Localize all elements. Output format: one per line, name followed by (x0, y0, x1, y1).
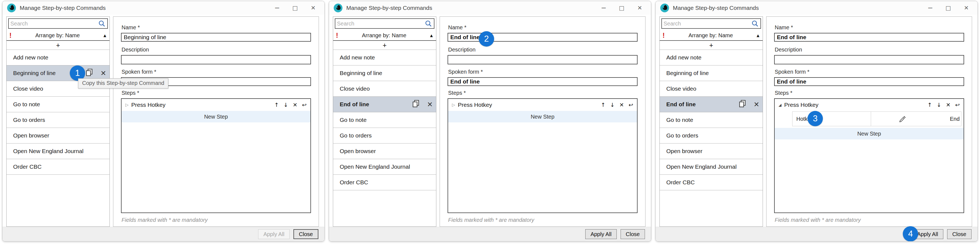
add-command-button[interactable]: + (333, 41, 436, 50)
search-box (8, 18, 108, 29)
expander-collapsed-icon[interactable]: ▷ (452, 102, 455, 107)
search-input[interactable] (335, 21, 434, 27)
close-button[interactable]: Close (947, 229, 972, 239)
list-item[interactable]: Go to orders (333, 128, 436, 144)
copy-step-button[interactable] (85, 68, 93, 78)
delete-command-button[interactable]: ✕ (427, 101, 433, 108)
delete-step-icon[interactable]: ✕ (946, 102, 950, 108)
description-input[interactable] (121, 55, 311, 64)
minimize-button[interactable]: − (921, 1, 939, 15)
list-item[interactable]: Open browser (6, 128, 110, 144)
list-item[interactable]: Open New England Journal (6, 144, 110, 159)
name-input[interactable] (774, 33, 964, 41)
list-item[interactable]: Order CBC (6, 159, 110, 175)
undo-step-icon[interactable]: ↩ (302, 102, 307, 108)
window-1-manage-commands: Manage Step-by-step Commands − □ ✕ ! Arr… (2, 1, 325, 242)
list-item[interactable]: Add new note (660, 50, 763, 65)
list-item[interactable]: Go to note (660, 112, 763, 128)
list-item[interactable]: Close video (660, 81, 763, 97)
maximize-button[interactable]: □ (286, 1, 304, 15)
step-press-hotkey[interactable]: ◢ Press Hotkey ↑ ↓ ✕ ↩ (775, 99, 964, 111)
alert-icon: ! (9, 32, 11, 39)
spoken-form-label: Spoken form * (121, 68, 311, 75)
new-step-button[interactable]: New Step (775, 128, 964, 139)
titlebar: Manage Step-by-step Commands − □ ✕ (2, 1, 325, 15)
delete-step-icon[interactable]: ✕ (619, 102, 624, 108)
list-item[interactable]: Beginning of line (660, 65, 763, 81)
list-item-label: Go to note (340, 116, 366, 123)
expander-collapsed-icon[interactable]: ▷ (126, 102, 129, 107)
add-command-button[interactable]: + (660, 41, 763, 50)
list-item[interactable]: Beginning of line (333, 65, 436, 81)
list-item[interactable]: Open browser (333, 144, 436, 159)
list-item[interactable]: Open New England Journal (333, 159, 436, 175)
apply-all-button[interactable]: Apply All (258, 229, 290, 239)
steps-box: ◢ Press Hotkey ↑ ↓ ✕ ↩ Hotkey (774, 98, 964, 213)
spoken-form-input[interactable] (447, 77, 638, 86)
description-input[interactable] (774, 55, 964, 64)
move-step-down-icon[interactable]: ↓ (937, 102, 942, 108)
arrange-by-header[interactable]: ! Arrange by: Name ▲ (660, 30, 763, 41)
minimize-button[interactable]: − (268, 1, 286, 15)
delete-command-button[interactable]: ✕ (100, 70, 106, 77)
maximize-button[interactable]: □ (939, 1, 957, 15)
close-button[interactable]: Close (620, 229, 645, 239)
list-item[interactable]: Open New England Journal (660, 159, 763, 175)
description-input[interactable] (447, 55, 638, 64)
list-item[interactable]: Go to note (6, 97, 110, 112)
new-step-button[interactable]: New Step (121, 111, 310, 123)
search-input[interactable] (9, 21, 107, 27)
edit-pencil-icon[interactable] (899, 115, 906, 123)
list-item[interactable]: Order CBC (660, 175, 763, 190)
move-step-up-icon[interactable]: ↑ (601, 102, 606, 108)
close-window-button[interactable]: ✕ (304, 1, 322, 15)
close-window-button[interactable]: ✕ (631, 1, 649, 15)
search-input[interactable] (662, 21, 760, 27)
undo-step-icon[interactable]: ↩ (955, 102, 960, 108)
footer: 4 Apply All Close (655, 227, 978, 241)
list-item[interactable]: Close video (333, 81, 436, 97)
maximize-button[interactable]: □ (612, 1, 631, 15)
arrange-by-header[interactable]: ! Arrange by: Name ▲ (333, 30, 436, 41)
move-step-up-icon[interactable]: ↑ (274, 102, 279, 108)
move-step-down-icon[interactable]: ↓ (283, 102, 288, 108)
move-step-up-icon[interactable]: ↑ (928, 102, 932, 108)
list-item[interactable]: Add new note (333, 50, 436, 65)
name-input[interactable] (447, 33, 638, 41)
row-icons: ✕ (412, 99, 433, 110)
dragon-app-icon (660, 3, 669, 13)
name-input[interactable] (121, 33, 311, 41)
delete-step-icon[interactable]: ✕ (293, 102, 297, 108)
minimize-button[interactable]: − (595, 1, 612, 15)
list-item-label: Open browser (13, 132, 49, 139)
list-item[interactable]: Go to orders (6, 112, 110, 128)
new-step-button[interactable]: New Step (448, 111, 637, 123)
expander-expanded-icon[interactable]: ◢ (778, 103, 781, 107)
list-item[interactable]: Go to note (333, 112, 436, 128)
list-item[interactable]: Order CBC (333, 175, 436, 190)
window-content: ! Arrange by: Name ▲ + Add new noteBegin… (2, 15, 325, 227)
list-item[interactable]: Add new note (6, 50, 110, 65)
step-press-hotkey[interactable]: ▷ Press Hotkey ↑ ↓ ✕ ↩ (448, 99, 637, 111)
add-command-button[interactable]: + (6, 41, 110, 50)
close-button[interactable]: Close (293, 229, 318, 239)
search-icon (751, 20, 759, 29)
list-item[interactable]: End of line✕ (333, 97, 436, 112)
list-item[interactable]: Go to orders (660, 128, 763, 144)
arrange-by-header[interactable]: ! Arrange by: Name ▲ (6, 30, 110, 41)
copy-step-button[interactable] (412, 99, 420, 110)
list-item[interactable]: Open browser (660, 144, 763, 159)
list-item[interactable]: End of line✕ (660, 97, 763, 112)
step-press-hotkey[interactable]: ▷ Press Hotkey ↑ ↓ ✕ ↩ (121, 99, 310, 111)
close-window-button[interactable]: ✕ (957, 1, 975, 15)
copy-step-button[interactable] (738, 99, 746, 110)
spoken-form-input[interactable] (774, 77, 964, 86)
move-step-down-icon[interactable]: ↓ (610, 102, 615, 108)
search-box (335, 18, 434, 29)
edit-hotkey-cell[interactable] (871, 112, 934, 126)
list-item-label: Order CBC (340, 179, 368, 186)
spoken-form-label: Spoken form * (775, 68, 964, 75)
delete-command-button[interactable]: ✕ (754, 101, 759, 108)
apply-all-button[interactable]: Apply All (585, 229, 617, 239)
undo-step-icon[interactable]: ↩ (628, 102, 633, 108)
